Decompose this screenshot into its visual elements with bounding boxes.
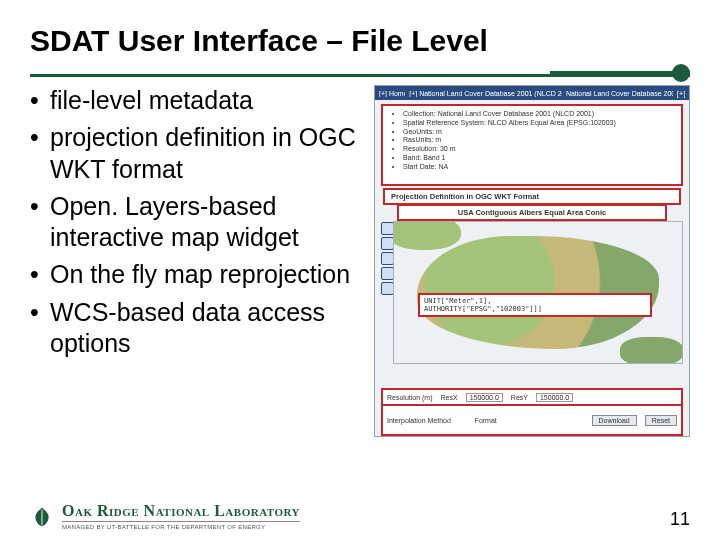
projection-name: USA Contiguous Albers Equal Area Conic: [397, 204, 667, 221]
metadata-item: Spatial Reference System: NLCD Albers Eq…: [403, 119, 675, 128]
interpolation-label: Interpolation Method: [387, 417, 451, 424]
bullet-item: On the fly map reprojection: [30, 259, 360, 290]
format-select[interactable]: [505, 417, 513, 424]
breadcrumb-expand-icon[interactable]: [+]: [677, 89, 685, 98]
map-toolbar: [381, 222, 392, 295]
slide-footer: Oak Ridge National Laboratory MANAGED BY…: [30, 503, 690, 530]
metadata-item: Start Date: NA: [403, 163, 675, 172]
metadata-item: GeoUnits: m: [403, 128, 675, 137]
lab-subtitle: MANAGED BY UT-BATTELLE FOR THE DEPARTMEN…: [62, 521, 300, 530]
metadata-item: Resolution: 30 m: [403, 145, 675, 154]
app-screenshot: [+] Home [+] National Land Cover Databas…: [374, 85, 690, 437]
reset-button[interactable]: Reset: [645, 415, 677, 426]
resx-input[interactable]: 150000.0: [466, 393, 503, 402]
metadata-item: Collection: National Land Cover Database…: [403, 110, 675, 119]
breadcrumb-file[interactable]: National Land Cover Database 200…: [566, 90, 673, 97]
bullet-list: file-level metadata projection definitio…: [30, 85, 360, 365]
metadata-panel: Collection: National Land Cover Database…: [381, 104, 683, 186]
format-label: Format: [475, 417, 497, 424]
resy-label: ResY: [511, 394, 528, 401]
lab-name: Oak Ridge National Laboratory: [62, 503, 300, 519]
lab-logo-block: Oak Ridge National Laboratory MANAGED BY…: [30, 503, 300, 530]
oak-leaf-icon: [30, 506, 54, 528]
resy-input[interactable]: 150000.0: [536, 393, 573, 402]
download-button[interactable]: Download: [592, 415, 637, 426]
bullet-item: projection definition in OGC WKT format: [30, 122, 360, 185]
metadata-item: RasUnits: m: [403, 136, 675, 145]
download-row: Interpolation Method Format Download Res…: [381, 404, 683, 436]
resx-label: ResX: [441, 394, 458, 401]
bullet-item: WCS-based data access options: [30, 297, 360, 360]
breadcrumb-collection[interactable]: [+] National Land Cover Database 2001 (N…: [409, 90, 562, 97]
resolution-label: Resolution (m): [387, 394, 433, 401]
map-widget[interactable]: UNIT["Meter",1], AUTHORITY["EPSG","10200…: [393, 221, 683, 364]
slide: SDAT User Interface – File Level file-le…: [0, 0, 720, 540]
breadcrumb-home[interactable]: [+] Home: [379, 90, 405, 97]
metadata-item: Band: Band 1: [403, 154, 675, 163]
projection-definition-label: Projection Definition in OGC WKT Format: [383, 188, 681, 205]
interpolation-select[interactable]: [459, 417, 467, 424]
projection-wkt-text: UNIT["Meter",1], AUTHORITY["EPSG","10200…: [418, 293, 652, 317]
slide-title: SDAT User Interface – File Level: [30, 24, 690, 57]
body-row: file-level metadata projection definitio…: [30, 85, 690, 437]
breadcrumb-bar: [+] Home [+] National Land Cover Databas…: [375, 86, 689, 100]
bullet-item: file-level metadata: [30, 85, 360, 116]
page-number: 11: [670, 509, 690, 530]
bullet-item: Open. Layers-based interactive map widge…: [30, 191, 360, 254]
